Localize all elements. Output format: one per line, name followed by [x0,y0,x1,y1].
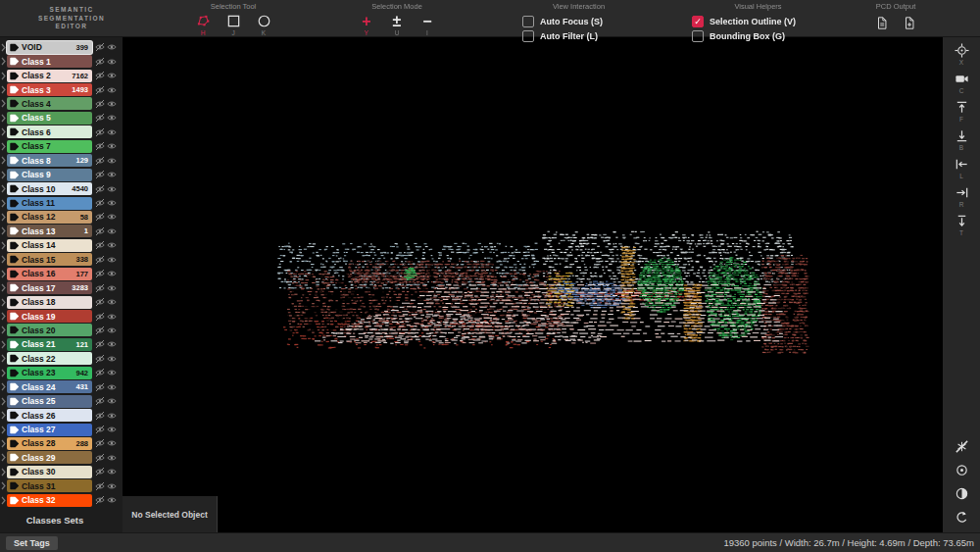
checkbox-icon[interactable]: ✓ [692,16,704,27]
subtract-mode[interactable]: −I [418,14,436,36]
auto-filter-checkbox[interactable]: Auto Filter (L) [522,28,635,43]
contrast-toggle-button[interactable] [955,486,969,501]
class-color-bar[interactable]: Class 24 431 [7,380,92,393]
eye-off-icon[interactable] [95,240,105,250]
pointcloud-canvas[interactable] [122,37,943,532]
eye-icon[interactable] [107,71,117,80]
eye-icon[interactable] [107,127,117,137]
add-mode[interactable]: +Y [358,14,375,36]
class-color-bar[interactable]: Class 23 942 [7,367,92,379]
class-color-bar[interactable]: Class 4 [7,97,92,110]
eye-off-icon[interactable] [95,354,105,364]
eye-off-icon[interactable] [95,339,105,349]
eye-off-icon[interactable] [95,127,105,137]
eye-off-icon[interactable] [95,42,105,52]
eye-off-icon[interactable] [95,156,105,166]
class-color-bar[interactable]: Class 6 [7,125,92,138]
eye-off-icon[interactable] [95,141,105,151]
rectangle-tool[interactable]: J [224,14,242,36]
eye-icon[interactable] [107,283,117,293]
eye-icon[interactable] [107,42,117,52]
class-color-bar[interactable]: Class 28 288 [7,437,92,450]
eye-icon[interactable] [107,297,117,307]
class-color-bar[interactable]: Class 27 [7,424,92,436]
eye-icon[interactable] [107,240,117,250]
eye-off-icon[interactable] [95,411,105,421]
eye-off-icon[interactable] [95,438,105,448]
class-color-bar[interactable]: Class 7 [7,140,92,153]
toggle-mode[interactable]: ±U [388,14,406,36]
deselect-all-button[interactable] [955,439,969,454]
eye-icon[interactable] [107,141,117,151]
class-color-bar[interactable]: VOID 399 [7,41,92,54]
pointcloud-viewport[interactable] [122,37,943,532]
class-color-bar[interactable]: Class 15 338 [7,253,92,266]
classes-sets-button[interactable]: Classes Sets [0,515,110,526]
eye-off-icon[interactable] [95,85,105,95]
eye-icon[interactable] [107,354,117,364]
checkbox-icon[interactable] [692,30,704,42]
class-color-bar[interactable]: Class 32 [7,494,92,507]
eye-off-icon[interactable] [95,255,105,265]
class-color-bar[interactable]: Class 21 121 [7,338,92,351]
eye-icon[interactable] [107,411,117,421]
eye-icon[interactable] [107,467,117,477]
class-color-bar[interactable]: Class 19 [7,310,92,323]
eye-off-icon[interactable] [95,368,105,377]
selection-outline-checkbox[interactable]: ✓Selection Outline (V) [692,14,824,28]
export-pcd-button[interactable] [875,16,889,34]
eye-icon[interactable] [107,255,117,265]
eye-off-icon[interactable] [95,226,105,236]
class-color-bar[interactable]: Class 2 7162 [7,70,92,82]
view-back-button[interactable]: B [955,128,969,151]
eye-icon[interactable] [107,495,117,505]
lasso-tool[interactable]: H [194,14,212,36]
eye-off-icon[interactable] [95,113,105,123]
eye-off-icon[interactable] [95,297,105,307]
eye-icon[interactable] [107,85,117,95]
eye-off-icon[interactable] [95,99,105,109]
view-front-button[interactable]: F [955,100,969,123]
class-color-bar[interactable]: Class 8 129 [7,154,92,167]
eye-off-icon[interactable] [95,212,105,222]
eye-off-icon[interactable] [95,57,105,67]
eye-off-icon[interactable] [95,382,105,392]
eye-icon[interactable] [107,396,117,406]
class-color-bar[interactable]: Class 25 [7,395,92,408]
class-color-bar[interactable]: Class 13 1 [7,225,92,237]
eye-off-icon[interactable] [95,467,105,477]
eye-off-icon[interactable] [95,326,105,335]
class-color-bar[interactable]: Class 12 58 [7,211,92,224]
view-left-button[interactable]: L [955,157,969,179]
class-color-bar[interactable]: Class 3 1493 [7,83,92,96]
eye-icon[interactable] [107,226,117,236]
eye-off-icon[interactable] [95,269,105,278]
eye-icon[interactable] [107,382,117,392]
bounding-box-checkbox[interactable]: Bounding Box (G) [692,28,824,43]
class-color-bar[interactable]: Class 18 [7,296,92,309]
eye-icon[interactable] [107,339,117,349]
eye-off-icon[interactable] [95,312,105,322]
eye-off-icon[interactable] [95,184,105,194]
class-color-bar[interactable]: Class 9 [7,169,92,181]
eye-icon[interactable] [107,170,117,179]
eye-icon[interactable] [107,326,117,335]
export-pcd-labels-button[interactable] [903,16,916,34]
checkbox-icon[interactable] [522,30,534,42]
eye-icon[interactable] [107,113,117,123]
eye-off-icon[interactable] [95,495,105,505]
eye-icon[interactable] [107,368,117,377]
eye-icon[interactable] [107,156,117,166]
class-color-bar[interactable]: Class 30 [7,466,92,478]
class-color-bar[interactable]: Class 16 177 [7,268,92,280]
class-color-bar[interactable]: Class 10 4540 [7,182,92,195]
focus-selection-button[interactable]: X [955,43,969,66]
eye-icon[interactable] [107,212,117,222]
class-color-bar[interactable]: Class 1 [7,55,92,68]
class-color-bar[interactable]: Class 29 [7,451,92,464]
class-color-bar[interactable]: Class 31 [7,479,92,492]
set-tags-button[interactable]: Set Tags [6,536,58,550]
eye-off-icon[interactable] [95,198,105,208]
eye-icon[interactable] [107,453,117,463]
class-color-bar[interactable]: Class 17 3283 [7,281,92,294]
